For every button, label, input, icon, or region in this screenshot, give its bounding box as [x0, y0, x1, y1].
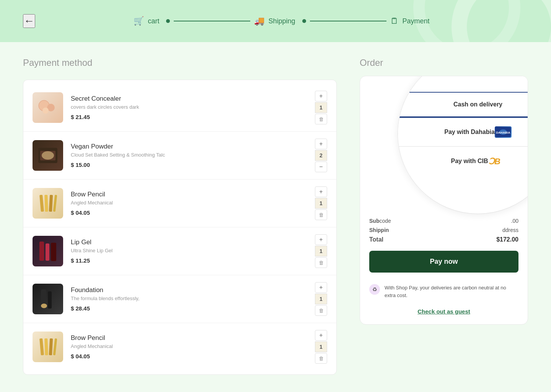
step-cart-dot	[166, 19, 170, 23]
delete-product-button[interactable]: 🗑	[315, 209, 327, 220]
checkout-guest-link[interactable]: Check out as guest	[417, 308, 470, 315]
svg-rect-18	[49, 338, 53, 355]
product-name: Vegan Powder	[71, 143, 307, 150]
product-desc: The formula blends effortlessly,	[71, 296, 307, 301]
product-name: Brow Pencil	[71, 334, 307, 342]
svg-rect-16	[39, 338, 44, 356]
product-item: Brow Pencil Angled Mechanical $ 04.05 + …	[23, 180, 336, 227]
total-label: Total	[369, 236, 383, 243]
svg-text:DAHABIA: DAHABIA	[496, 131, 510, 134]
quantity-display: 1	[315, 198, 327, 209]
payment-option-cash[interactable]: Cash on delivery	[398, 92, 528, 117]
product-name: Lip Gel	[71, 238, 307, 246]
decrease-qty-button[interactable]: −	[315, 162, 327, 172]
quantity-display: 1	[315, 294, 327, 304]
right-panel: Order Cash on delivery Pay with Dahabia …	[360, 57, 528, 375]
product-image	[33, 92, 63, 123]
product-name: Secret Concealer	[71, 95, 307, 103]
product-price: $ 21.45	[71, 114, 307, 120]
svg-text:ƆB: ƆB	[489, 157, 500, 166]
payment-method-title: Payment method	[23, 57, 337, 68]
order-title: Order	[360, 57, 528, 68]
product-controls: + 1 🗑	[315, 91, 327, 124]
delete-product-button[interactable]: 🗑	[315, 353, 327, 364]
quantity-display: 1	[315, 102, 327, 113]
product-price: $ 04.05	[71, 209, 307, 216]
product-desc: Angled Mechanical	[71, 343, 307, 349]
product-item: Brow Pencil Angled Mechanical $ 04.05 + …	[23, 323, 336, 371]
product-price: $ 15.00	[71, 162, 307, 168]
product-info: Brow Pencil Angled Mechanical $ 04.05	[71, 334, 307, 359]
increase-qty-button[interactable]: +	[315, 330, 327, 341]
subtotal-value: .00	[511, 218, 518, 224]
quantity-display: 1	[315, 246, 327, 256]
svg-rect-14	[48, 291, 52, 309]
delete-product-button[interactable]: 🗑	[315, 257, 327, 268]
subtotal-row: Subcode .00	[369, 218, 518, 224]
pay-now-button[interactable]: Pay now	[369, 251, 518, 273]
increase-qty-button[interactable]: +	[315, 139, 327, 149]
payment-option-dahabia[interactable]: Pay with Dahabia DAHABIA	[398, 117, 528, 147]
cart-icon: 🛒	[134, 16, 144, 26]
dahabia-logo: DAHABIA	[495, 126, 512, 138]
svg-point-2	[42, 108, 49, 114]
increase-qty-button[interactable]: +	[315, 186, 327, 197]
product-desc: Cloud Set Baked Setting & Smoothing Talc	[71, 152, 307, 158]
product-image	[33, 284, 63, 314]
quantity-display: 1	[315, 341, 327, 352]
step-shipping: 🚚 Shipping	[254, 16, 306, 26]
total-value: $172.00	[496, 236, 518, 243]
product-image	[33, 332, 63, 362]
product-desc: Angled Mechanical	[71, 200, 307, 206]
product-item: Vegan Powder Cloud Set Baked Setting & S…	[23, 132, 336, 180]
shipping-row: Shippin ddress	[369, 227, 518, 233]
step-cart-label: cart	[148, 17, 159, 25]
total-row: Total $172.00	[369, 236, 518, 243]
product-controls: + 2 −	[315, 139, 327, 172]
cash-label: Cash on delivery	[453, 101, 502, 108]
svg-rect-7	[44, 195, 48, 212]
product-name: Foundation	[71, 286, 307, 294]
step-line-2	[310, 21, 386, 21]
svg-rect-11	[46, 243, 49, 261]
product-controls: + 1 🗑	[315, 234, 327, 268]
product-info: Lip Gel Ultra Shine Lip Gel $ 11.25	[71, 238, 307, 264]
product-price: $ 04.05	[71, 353, 307, 359]
product-controls: + 1 🗑	[315, 186, 327, 220]
step-shipping-label: Shipping	[268, 17, 295, 25]
product-image	[33, 140, 63, 171]
step-payment-label: Payment	[403, 17, 430, 25]
product-name: Brow Pencil	[71, 191, 307, 198]
dahabia-icon: DAHABIA	[495, 126, 512, 138]
svg-point-15	[41, 304, 47, 308]
product-image	[33, 236, 63, 266]
svg-rect-19	[53, 338, 57, 355]
svg-rect-6	[39, 195, 44, 212]
delete-product-button[interactable]: 🗑	[315, 114, 327, 124]
delete-product-button[interactable]: 🗑	[315, 305, 327, 316]
product-image	[33, 188, 63, 219]
svg-rect-8	[49, 195, 53, 212]
product-info: Brow Pencil Angled Mechanical $ 04.05	[71, 191, 307, 216]
shop-pay-text: With Shop Pay, your deliveries are carbo…	[385, 284, 518, 299]
product-controls: + 1 🗑	[315, 282, 327, 316]
increase-qty-button[interactable]: +	[315, 234, 327, 245]
svg-point-5	[42, 151, 54, 160]
increase-qty-button[interactable]: +	[315, 91, 327, 101]
increase-qty-button[interactable]: +	[315, 282, 327, 293]
checkout-steps: 🛒 cart 🚚 Shipping 🗒 Payment	[35, 16, 528, 26]
product-info: Secret Concealer covers dark circles cov…	[71, 95, 307, 120]
left-panel: Payment method Secret Concealer covers d…	[23, 57, 337, 375]
svg-rect-12	[51, 243, 56, 261]
payment-option-cib[interactable]: Pay with CIB ƆB	[398, 147, 528, 176]
dahabia-label: Pay with Dahabia	[444, 129, 495, 136]
step-shipping-dot	[302, 19, 306, 23]
header: ← 🛒 cart 🚚 Shipping 🗒 Payment	[0, 0, 551, 42]
product-controls: + 1 🗑	[315, 330, 327, 364]
product-price: $ 11.25	[71, 257, 307, 264]
back-button[interactable]: ←	[23, 14, 35, 28]
product-desc: Ultra Shine Lip Gel	[71, 248, 307, 253]
shipping-label: Shippin	[369, 227, 389, 233]
product-info: Foundation The formula blends effortless…	[71, 286, 307, 312]
checkout-guest-section: Check out as guest	[360, 305, 528, 324]
